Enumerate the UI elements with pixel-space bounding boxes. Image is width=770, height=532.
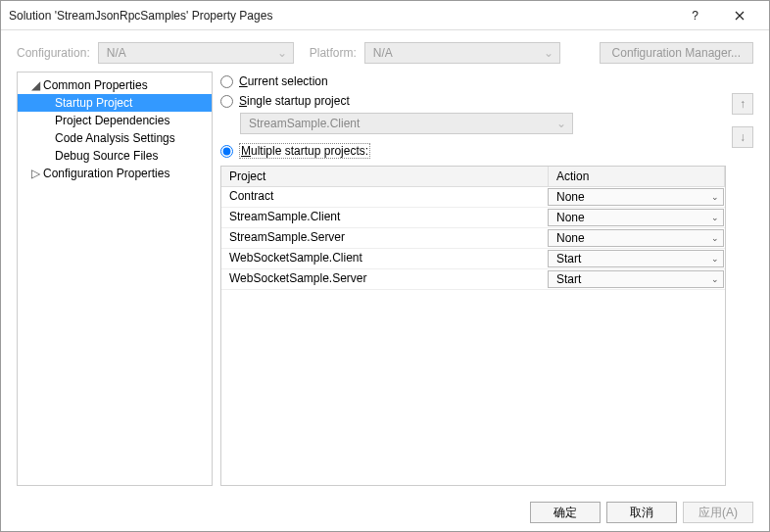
window-title: Solution 'StreamJsonRpcSamples' Property… (9, 9, 673, 23)
chevron-down-icon: ⌄ (277, 46, 287, 60)
grid-row[interactable]: Contract None⌄ (221, 187, 725, 208)
cell-action-dropdown[interactable]: Start⌄ (548, 270, 724, 288)
radio-current-label: Current selection (239, 74, 328, 88)
help-button[interactable]: ? (673, 1, 717, 30)
platform-dropdown: N/A⌄ (364, 42, 560, 64)
move-down-button[interactable]: ↓ (732, 126, 753, 148)
radio-single-startup[interactable]: Single startup project (220, 91, 726, 111)
cancel-button[interactable]: 取消 (606, 502, 677, 523)
reorder-buttons: ↑ ↓ (732, 72, 753, 486)
ok-button[interactable]: 确定 (530, 502, 601, 523)
cell-project: WebSocketSample.Server (221, 269, 547, 289)
cell-project: StreamSample.Server (221, 228, 547, 248)
radio-single-input[interactable] (220, 95, 233, 108)
expander-closed-icon: ▷ (31, 167, 43, 180)
move-up-button[interactable]: ↑ (732, 93, 753, 115)
close-button[interactable] (717, 1, 761, 30)
cell-project: StreamSample.Client (221, 208, 547, 227)
radio-multiple-label: Multiple startup projects: (239, 143, 370, 159)
close-icon (735, 11, 745, 21)
cell-action-dropdown[interactable]: None⌄ (548, 188, 724, 206)
radio-current-selection[interactable]: Current selection (220, 72, 726, 91)
cell-action-dropdown[interactable]: None⌄ (548, 209, 724, 226)
chevron-down-icon: ⌄ (711, 233, 719, 243)
radio-multiple-input[interactable] (220, 145, 233, 158)
configuration-label: Configuration: (17, 46, 90, 60)
projects-grid: Project Action Contract None⌄ StreamSamp… (220, 166, 726, 486)
chevron-down-icon: ⌄ (556, 117, 566, 130)
grid-row[interactable]: StreamSample.Client None⌄ (221, 208, 725, 228)
tree-debug-source-files[interactable]: Debug Source Files (18, 147, 212, 165)
cell-action-dropdown[interactable]: None⌄ (548, 229, 724, 247)
configuration-manager-button: Configuration Manager... (600, 42, 753, 64)
arrow-down-icon: ↓ (740, 130, 746, 144)
cell-action-dropdown[interactable]: Start⌄ (548, 250, 724, 267)
dialog-footer: 确定 取消 应用(A) (1, 494, 769, 531)
tree-configuration-properties[interactable]: ▷Configuration Properties (18, 165, 212, 182)
expander-open-icon: ◢ (31, 78, 43, 92)
configuration-dropdown: N/A⌄ (98, 42, 294, 64)
single-startup-dropdown: StreamSample.Client⌄ (240, 113, 573, 134)
chevron-down-icon: ⌄ (711, 274, 719, 284)
grid-row[interactable]: WebSocketSample.Client Start⌄ (221, 249, 725, 269)
cell-project: Contract (221, 187, 547, 207)
cell-project: WebSocketSample.Client (221, 249, 547, 268)
tree-code-analysis[interactable]: Code Analysis Settings (18, 129, 212, 147)
chevron-down-icon: ⌄ (711, 254, 719, 264)
platform-label: Platform: (310, 46, 357, 60)
arrow-up-icon: ↑ (740, 97, 746, 111)
col-header-project[interactable]: Project (221, 167, 549, 186)
radio-single-label: Single startup project (239, 94, 350, 108)
chevron-down-icon: ⌄ (544, 46, 553, 60)
apply-button: 应用(A) (683, 502, 753, 523)
tree-common-properties[interactable]: ◢Common Properties (18, 76, 212, 94)
nav-tree[interactable]: ◢Common Properties Startup Project Proje… (17, 72, 213, 486)
tree-project-dependencies[interactable]: Project Dependencies (18, 112, 212, 129)
chevron-down-icon: ⌄ (711, 192, 719, 202)
tree-startup-project[interactable]: Startup Project (18, 94, 212, 112)
startup-options: Current selection Single startup project… (220, 72, 726, 486)
col-header-action[interactable]: Action (549, 167, 725, 186)
grid-header: Project Action (221, 167, 725, 187)
chevron-down-icon: ⌄ (711, 213, 719, 222)
radio-current-input[interactable] (220, 75, 233, 88)
grid-row[interactable]: WebSocketSample.Server Start⌄ (221, 269, 725, 290)
radio-multiple-startup[interactable]: Multiple startup projects: (220, 140, 726, 162)
config-toolbar: Configuration: N/A⌄ Platform: N/A⌄ Confi… (1, 30, 769, 72)
titlebar: Solution 'StreamJsonRpcSamples' Property… (1, 1, 769, 30)
grid-row[interactable]: StreamSample.Server None⌄ (221, 228, 725, 249)
